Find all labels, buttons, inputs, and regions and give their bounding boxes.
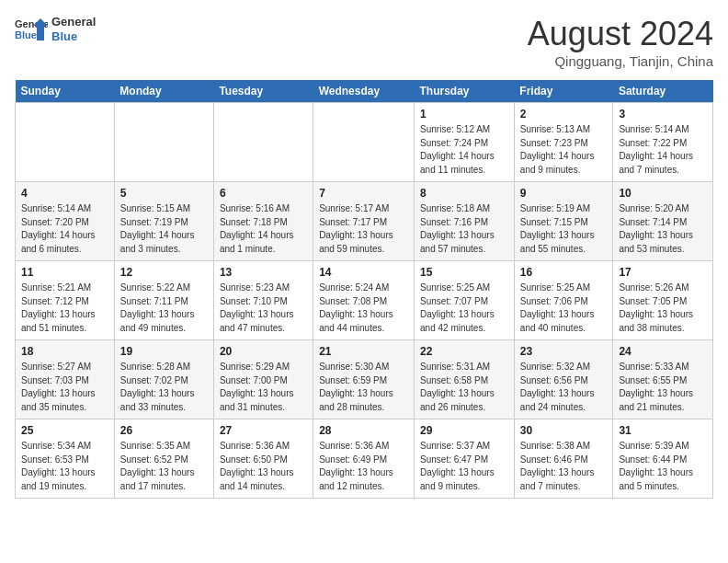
calendar-cell: 6Sunrise: 5:16 AM Sunset: 7:18 PM Daylig…	[213, 182, 313, 261]
calendar-week-1: 1Sunrise: 5:12 AM Sunset: 7:24 PM Daylig…	[16, 103, 713, 182]
logo-text: General Blue	[51, 15, 96, 43]
day-info: Sunrise: 5:36 AM Sunset: 6:50 PM Dayligh…	[220, 440, 307, 493]
calendar-cell: 22Sunrise: 5:31 AM Sunset: 6:58 PM Dayli…	[415, 340, 515, 419]
day-info: Sunrise: 5:14 AM Sunset: 7:20 PM Dayligh…	[21, 202, 108, 256]
header-cell-wednesday: Wednesday	[313, 80, 415, 103]
month-year-title: August 2024	[528, 15, 713, 53]
day-info: Sunrise: 5:25 AM Sunset: 7:06 PM Dayligh…	[520, 282, 608, 335]
calendar-cell: 19Sunrise: 5:28 AM Sunset: 7:02 PM Dayli…	[114, 340, 213, 419]
day-number: 28	[319, 424, 408, 437]
calendar-cell: 24Sunrise: 5:33 AM Sunset: 6:55 PM Dayli…	[613, 340, 713, 419]
day-number: 6	[220, 187, 307, 200]
header-cell-tuesday: Tuesday	[213, 80, 313, 103]
header-cell-thursday: Thursday	[415, 80, 515, 103]
day-info: Sunrise: 5:23 AM Sunset: 7:10 PM Dayligh…	[220, 282, 307, 335]
logo-icon: General Blue	[15, 15, 48, 44]
calendar-cell: 31Sunrise: 5:39 AM Sunset: 6:44 PM Dayli…	[613, 419, 713, 499]
header-cell-sunday: Sunday	[16, 80, 115, 103]
calendar-cell	[213, 103, 313, 182]
calendar-week-5: 25Sunrise: 5:34 AM Sunset: 6:53 PM Dayli…	[16, 419, 713, 499]
day-info: Sunrise: 5:37 AM Sunset: 6:47 PM Dayligh…	[420, 440, 508, 493]
calendar-cell: 3Sunrise: 5:14 AM Sunset: 7:22 PM Daylig…	[613, 103, 713, 182]
day-info: Sunrise: 5:21 AM Sunset: 7:12 PM Dayligh…	[21, 282, 108, 335]
day-number: 7	[319, 187, 408, 200]
calendar-cell: 20Sunrise: 5:29 AM Sunset: 7:00 PM Dayli…	[213, 340, 313, 419]
calendar-table: SundayMondayTuesdayWednesdayThursdayFrid…	[15, 80, 713, 499]
calendar-cell: 1Sunrise: 5:12 AM Sunset: 7:24 PM Daylig…	[415, 103, 515, 182]
calendar-week-3: 11Sunrise: 5:21 AM Sunset: 7:12 PM Dayli…	[16, 261, 713, 340]
calendar-cell: 14Sunrise: 5:24 AM Sunset: 7:08 PM Dayli…	[313, 261, 415, 340]
day-info: Sunrise: 5:25 AM Sunset: 7:07 PM Dayligh…	[420, 282, 508, 335]
page-header: General Blue General Blue August 2024 Qi…	[15, 15, 713, 69]
calendar-cell: 30Sunrise: 5:38 AM Sunset: 6:46 PM Dayli…	[514, 419, 613, 499]
day-info: Sunrise: 5:16 AM Sunset: 7:18 PM Dayligh…	[220, 202, 307, 256]
day-info: Sunrise: 5:33 AM Sunset: 6:55 PM Dayligh…	[619, 361, 707, 414]
header-row: SundayMondayTuesdayWednesdayThursdayFrid…	[16, 80, 713, 103]
day-info: Sunrise: 5:26 AM Sunset: 7:05 PM Dayligh…	[619, 282, 707, 335]
calendar-cell: 4Sunrise: 5:14 AM Sunset: 7:20 PM Daylig…	[16, 182, 115, 261]
calendar-cell: 28Sunrise: 5:36 AM Sunset: 6:49 PM Dayli…	[313, 419, 415, 499]
day-info: Sunrise: 5:14 AM Sunset: 7:22 PM Dayligh…	[619, 123, 707, 177]
calendar-cell: 12Sunrise: 5:22 AM Sunset: 7:11 PM Dayli…	[114, 261, 213, 340]
day-number: 18	[21, 345, 108, 358]
calendar-body: 1Sunrise: 5:12 AM Sunset: 7:24 PM Daylig…	[16, 103, 713, 499]
day-number: 12	[120, 266, 208, 279]
calendar-cell: 25Sunrise: 5:34 AM Sunset: 6:53 PM Dayli…	[16, 419, 115, 499]
day-number: 21	[319, 345, 408, 358]
day-number: 22	[420, 345, 508, 358]
day-info: Sunrise: 5:39 AM Sunset: 6:44 PM Dayligh…	[619, 440, 707, 493]
day-info: Sunrise: 5:12 AM Sunset: 7:24 PM Dayligh…	[420, 123, 508, 177]
calendar-cell: 2Sunrise: 5:13 AM Sunset: 7:23 PM Daylig…	[514, 103, 613, 182]
location-subtitle: Qingguang, Tianjin, China	[528, 53, 713, 69]
day-number: 5	[120, 187, 208, 200]
day-number: 25	[21, 424, 108, 437]
calendar-cell	[16, 103, 115, 182]
calendar-cell: 9Sunrise: 5:19 AM Sunset: 7:15 PM Daylig…	[514, 182, 613, 261]
day-number: 3	[619, 108, 707, 121]
day-number: 31	[619, 424, 707, 437]
calendar-cell: 10Sunrise: 5:20 AM Sunset: 7:14 PM Dayli…	[613, 182, 713, 261]
day-info: Sunrise: 5:13 AM Sunset: 7:23 PM Dayligh…	[520, 123, 608, 177]
logo: General Blue General Blue	[15, 15, 96, 44]
calendar-cell: 29Sunrise: 5:37 AM Sunset: 6:47 PM Dayli…	[415, 419, 515, 499]
day-number: 11	[21, 266, 108, 279]
day-info: Sunrise: 5:20 AM Sunset: 7:14 PM Dayligh…	[619, 202, 707, 256]
day-info: Sunrise: 5:31 AM Sunset: 6:58 PM Dayligh…	[420, 361, 508, 414]
day-number: 19	[120, 345, 208, 358]
calendar-cell: 16Sunrise: 5:25 AM Sunset: 7:06 PM Dayli…	[514, 261, 613, 340]
calendar-cell	[313, 103, 415, 182]
day-number: 20	[220, 345, 307, 358]
calendar-cell: 8Sunrise: 5:18 AM Sunset: 7:16 PM Daylig…	[415, 182, 515, 261]
calendar-cell: 21Sunrise: 5:30 AM Sunset: 6:59 PM Dayli…	[313, 340, 415, 419]
day-info: Sunrise: 5:27 AM Sunset: 7:03 PM Dayligh…	[21, 361, 108, 414]
day-number: 1	[420, 108, 508, 121]
calendar-cell: 27Sunrise: 5:36 AM Sunset: 6:50 PM Dayli…	[213, 419, 313, 499]
day-info: Sunrise: 5:19 AM Sunset: 7:15 PM Dayligh…	[520, 202, 608, 256]
calendar-cell: 15Sunrise: 5:25 AM Sunset: 7:07 PM Dayli…	[415, 261, 515, 340]
calendar-cell: 26Sunrise: 5:35 AM Sunset: 6:52 PM Dayli…	[114, 419, 213, 499]
day-number: 27	[220, 424, 307, 437]
day-number: 8	[420, 187, 508, 200]
calendar-week-4: 18Sunrise: 5:27 AM Sunset: 7:03 PM Dayli…	[16, 340, 713, 419]
calendar-cell: 13Sunrise: 5:23 AM Sunset: 7:10 PM Dayli…	[213, 261, 313, 340]
calendar-week-2: 4Sunrise: 5:14 AM Sunset: 7:20 PM Daylig…	[16, 182, 713, 261]
day-info: Sunrise: 5:24 AM Sunset: 7:08 PM Dayligh…	[319, 282, 408, 335]
day-info: Sunrise: 5:32 AM Sunset: 6:56 PM Dayligh…	[520, 361, 608, 414]
calendar-cell: 23Sunrise: 5:32 AM Sunset: 6:56 PM Dayli…	[514, 340, 613, 419]
day-number: 30	[520, 424, 608, 437]
header-cell-friday: Friday	[514, 80, 613, 103]
calendar-cell: 17Sunrise: 5:26 AM Sunset: 7:05 PM Dayli…	[613, 261, 713, 340]
day-number: 10	[619, 187, 707, 200]
day-info: Sunrise: 5:28 AM Sunset: 7:02 PM Dayligh…	[120, 361, 208, 414]
header-cell-monday: Monday	[114, 80, 213, 103]
calendar-cell	[114, 103, 213, 182]
calendar-header: SundayMondayTuesdayWednesdayThursdayFrid…	[16, 80, 713, 103]
day-number: 2	[520, 108, 608, 121]
day-number: 16	[520, 266, 608, 279]
day-info: Sunrise: 5:30 AM Sunset: 6:59 PM Dayligh…	[319, 361, 408, 414]
day-info: Sunrise: 5:34 AM Sunset: 6:53 PM Dayligh…	[21, 440, 108, 493]
day-info: Sunrise: 5:36 AM Sunset: 6:49 PM Dayligh…	[319, 440, 408, 493]
day-number: 26	[120, 424, 208, 437]
calendar-cell: 11Sunrise: 5:21 AM Sunset: 7:12 PM Dayli…	[16, 261, 115, 340]
day-number: 23	[520, 345, 608, 358]
